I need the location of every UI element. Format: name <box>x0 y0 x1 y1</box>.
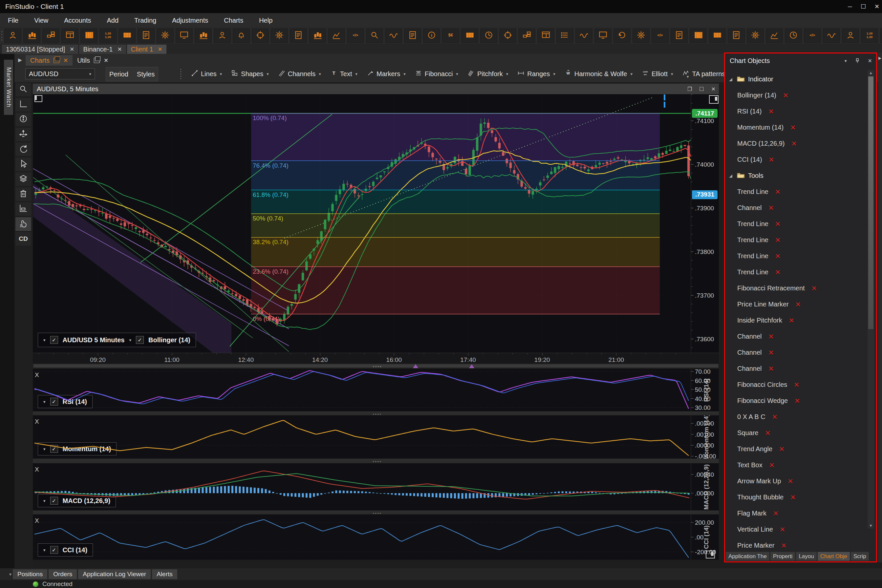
tree-item[interactable]: Fibonacci Retracement✕ <box>725 280 864 296</box>
delete-item-icon[interactable]: ✕ <box>789 316 795 324</box>
delete-item-icon[interactable]: ✕ <box>768 333 774 340</box>
trend-curve-button[interactable] <box>575 28 592 43</box>
horizontal-scrollbar[interactable]: •••• <box>33 364 719 368</box>
contacts-button[interactable] <box>214 28 231 43</box>
tree-expander-icon[interactable]: ◢ <box>729 173 734 178</box>
chart-window-titlebar[interactable]: AUD/USD, 5 Minutes ❐ ☐ ✕ <box>33 84 719 94</box>
tab-close-icon[interactable]: ✕ <box>104 57 108 64</box>
delete-item-icon[interactable]: ✕ <box>794 397 800 405</box>
tree-item[interactable]: Trend Angle✕ <box>725 441 864 457</box>
tool-ranges[interactable]: Ranges▾ <box>514 67 558 80</box>
tool-harmonic-wolfe[interactable]: WᴬᴮHarmonic & Wolfe▾ <box>561 67 636 80</box>
refresh-tool-button[interactable] <box>15 142 32 156</box>
account-sync-button[interactable] <box>4 28 21 43</box>
tree-group-indicator[interactable]: ◢Indicator <box>725 71 864 87</box>
person-board-button[interactable] <box>842 28 859 43</box>
settings-gear-button[interactable] <box>156 28 174 43</box>
panel-menu-icon[interactable]: ▾ <box>844 58 847 63</box>
market-grid-button[interactable] <box>119 28 135 43</box>
alert-bell-button[interactable] <box>233 28 250 43</box>
chart-corner-icon[interactable] <box>35 95 42 102</box>
tree-group-tools[interactable]: ◢Tools <box>725 168 864 184</box>
menu-add[interactable]: Add <box>99 13 127 28</box>
delete-item-icon[interactable]: ✕ <box>787 477 793 485</box>
gear-chart-button[interactable] <box>747 28 764 43</box>
wave-line-button[interactable] <box>823 28 840 43</box>
tree-item[interactable]: Trend Line✕ <box>725 264 864 280</box>
tool-channels[interactable]: Channels▾ <box>275 67 324 80</box>
panel-splitter[interactable]: •••• <box>33 511 719 514</box>
doc-settings-button[interactable] <box>404 28 421 43</box>
tree-item[interactable]: Flag Mark✕ <box>725 506 864 521</box>
code-tags-button[interactable]: </> <box>652 28 669 43</box>
tree-item[interactable]: Trend Line✕ <box>725 248 864 264</box>
chart-legend[interactable]: ▾✓AUD/USD 5 Minutes▾✓Bollinger (14) <box>38 333 196 347</box>
panel-splitter[interactable]: •••• <box>33 411 719 416</box>
panel-tab-scrip[interactable]: Scrip <box>851 552 869 561</box>
currency-exchange-button[interactable]: $€ <box>442 28 459 43</box>
market-watch-tab[interactable]: Market Watch <box>4 60 13 115</box>
tree-item[interactable]: Price Marker✕ <box>725 537 864 552</box>
float-window-icon[interactable] <box>94 58 100 63</box>
tree-item[interactable]: CCI (14)✕ <box>725 152 864 168</box>
measure-tool-button[interactable] <box>15 202 32 216</box>
new-candle-chart-button[interactable] <box>23 28 41 43</box>
numeric-grid-button[interactable] <box>461 28 478 43</box>
close-button[interactable]: ✕ <box>874 3 879 10</box>
clock-info-button[interactable] <box>480 28 497 43</box>
dashboard-button[interactable] <box>537 28 554 43</box>
list-view-button[interactable] <box>556 28 574 43</box>
tab-close-icon[interactable]: ✕ <box>117 46 122 53</box>
menu-help[interactable]: Help <box>251 13 280 28</box>
chart-objects-header[interactable]: Chart Objects ▾ ✕ <box>725 54 876 68</box>
float-window-icon[interactable] <box>54 58 59 63</box>
pan-tool-button[interactable] <box>15 128 32 142</box>
bar-blocks-button[interactable] <box>518 28 535 43</box>
panel-chart-button[interactable] <box>309 28 326 43</box>
expand-right-icon[interactable]: ▶ <box>878 56 881 60</box>
bottom-tab-positions[interactable]: Positions <box>13 569 47 579</box>
delete-item-icon[interactable]: ✕ <box>769 156 775 164</box>
delete-item-icon[interactable]: ✕ <box>772 413 778 421</box>
delete-item-icon[interactable]: ✕ <box>768 204 774 212</box>
arrow-mark-up-icon[interactable] <box>413 364 418 368</box>
delete-item-icon[interactable]: ✕ <box>775 236 781 244</box>
tree-item[interactable]: Trend Line✕ <box>725 232 864 248</box>
layers-tool-button[interactable] <box>15 172 32 186</box>
gear-run-button[interactable] <box>271 28 288 43</box>
chevron-down-icon[interactable]: ▾ <box>43 338 46 343</box>
doc-tab-binance-1[interactable]: Binance-1✕ <box>79 45 126 54</box>
cursor-tool-button[interactable] <box>15 157 32 172</box>
delete-item-icon[interactable]: ✕ <box>790 494 796 501</box>
tool-text[interactable]: TText▾ <box>327 67 361 80</box>
chart-maximize-icon[interactable]: ☐ <box>699 86 704 92</box>
code-view-button[interactable]: </> <box>347 28 364 43</box>
period-button[interactable]: Period <box>109 70 128 78</box>
grid-tile-button[interactable] <box>880 28 882 43</box>
arrow-mark-up-icon[interactable] <box>469 364 474 368</box>
chart-restore-icon[interactable]: ❐ <box>687 86 692 92</box>
bottom-tab-alerts[interactable]: Alerts <box>152 569 177 579</box>
delete-item-icon[interactable]: ✕ <box>781 542 787 550</box>
chart-close-icon[interactable]: ✕ <box>711 86 715 92</box>
minimize-button[interactable]: ─ <box>848 3 852 10</box>
tree-item[interactable]: Momentum (14)✕ <box>725 119 864 135</box>
tree-expander-icon[interactable]: ◢ <box>729 77 734 82</box>
crosshair-tool-button[interactable] <box>15 112 32 127</box>
panel-tab-application-the[interactable]: Application The <box>726 552 769 561</box>
mini-chart-button[interactable] <box>328 28 345 43</box>
delete-item-icon[interactable]: ✕ <box>795 301 801 308</box>
order-note-button[interactable] <box>138 28 155 43</box>
tools-overflow-icon[interactable]: ▾ <box>687 74 689 79</box>
column-view-button[interactable] <box>80 28 98 43</box>
chart-sync-button[interactable] <box>613 28 631 43</box>
wave-chart-button[interactable] <box>385 28 402 43</box>
menu-accounts[interactable]: Accounts <box>56 13 99 28</box>
doc-tab-client[interactable]: Client 1✕ <box>127 45 167 54</box>
node-settings-button[interactable] <box>633 28 650 43</box>
delete-item-icon[interactable]: ✕ <box>780 526 786 534</box>
tree-item[interactable]: MACD (12,26,9)✕ <box>725 135 864 152</box>
menu-charts[interactable]: Charts <box>216 13 251 28</box>
panel-toggle-icon[interactable] <box>709 95 718 104</box>
tab-close-icon[interactable]: ✕ <box>158 46 162 53</box>
